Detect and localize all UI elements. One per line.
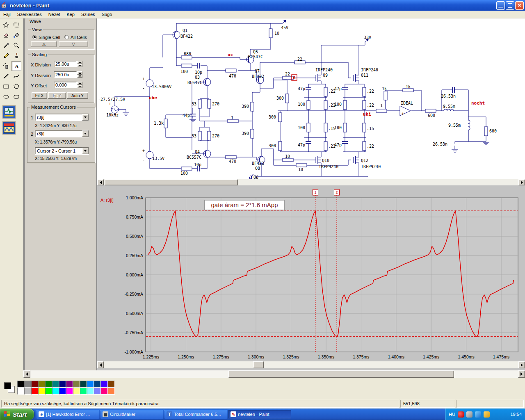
y-offset-spinbox[interactable]: 0.000 [54, 82, 82, 88]
taskbar-task-paint[interactable]: ✎ névtelen - Paint [228, 410, 291, 419]
palette-swatch[interactable] [73, 388, 80, 395]
tool-eraser[interactable] [1, 30, 11, 40]
y-division-spinbox[interactable]: 250.0u [54, 71, 82, 78]
canvas-hscrollbar[interactable] [23, 370, 525, 378]
paint-canvas[interactable]: Wave View Single Cell All Cells △ ▽ Scal… [23, 18, 525, 370]
plot-scroll-right-button[interactable] [518, 361, 525, 368]
palette-swatch[interactable] [45, 381, 52, 388]
start-button[interactable]: Start [0, 409, 34, 420]
palette-swatch[interactable] [80, 388, 87, 395]
maximize-button[interactable] [506, 1, 514, 10]
y-division-up[interactable] [77, 71, 82, 75]
foreground-color-swatch[interactable] [4, 382, 11, 389]
tool-airbrush[interactable] [1, 61, 11, 71]
updates-icon[interactable] [484, 411, 490, 418]
single-cell-radio[interactable] [32, 35, 37, 39]
palette-swatch[interactable] [24, 381, 31, 388]
scroll-up-button[interactable]: △ [31, 41, 57, 47]
y-offset-up[interactable] [77, 82, 82, 85]
cursor-diff-dropdown[interactable]: Cursor 2 - Cursor 1 [35, 147, 89, 155]
close-button[interactable]: ✕ [515, 1, 524, 10]
tool-pick-color[interactable] [1, 41, 11, 50]
palette-swatch[interactable] [59, 381, 66, 388]
schematic-scroll-right-button[interactable] [518, 179, 525, 185]
palette-swatch[interactable] [108, 388, 115, 395]
palette-swatch[interactable] [45, 388, 52, 395]
cursor-diff-dropdown-arrow-icon[interactable] [82, 148, 89, 154]
cursor2-dropdown-arrow-icon[interactable] [82, 130, 89, 137]
y-division-value[interactable]: 250.0u [54, 71, 77, 78]
palette-swatch[interactable] [17, 388, 24, 395]
menu-file[interactable]: Fájl [0, 11, 14, 18]
menu-image[interactable]: Kép [63, 11, 78, 18]
tool-free-form-select[interactable] [1, 20, 11, 30]
x-division-spinbox[interactable]: 25.00u [54, 61, 82, 67]
palette-swatch[interactable] [66, 388, 73, 395]
tool-line[interactable] [1, 71, 11, 81]
circuit-app-icon[interactable] [2, 105, 16, 119]
tool-rounded-rectangle[interactable] [11, 92, 21, 102]
schematic-scroll-left-button[interactable] [97, 179, 104, 185]
menu-edit[interactable]: Szerkesztés [14, 11, 45, 18]
plot-scroll-thumb[interactable] [253, 361, 264, 368]
palette-swatch[interactable] [80, 381, 87, 388]
cursor2-signal-dropdown[interactable]: r3[i] [35, 130, 89, 137]
all-cells-radio[interactable] [64, 35, 69, 39]
palette-swatch[interactable] [52, 381, 59, 388]
palette-swatch[interactable] [31, 381, 38, 388]
tool-polygon[interactable] [11, 82, 21, 91]
palette-swatch[interactable] [101, 388, 108, 395]
menu-colors[interactable]: Színek [78, 11, 98, 18]
x-division-down[interactable] [77, 64, 82, 67]
taskbar-task-totalcommander[interactable]: T Total Commander 6.5... [164, 410, 227, 419]
palette-swatch[interactable] [87, 381, 94, 388]
tool-rectangle[interactable] [1, 82, 11, 91]
menu-help[interactable]: Súgó [98, 11, 116, 18]
x-division-value[interactable]: 25.00u [54, 61, 77, 67]
tool-ellipse[interactable] [1, 92, 11, 102]
foreground-background-swatch[interactable] [2, 381, 16, 394]
fit-x-button[interactable]: Fit X [32, 92, 47, 99]
canvas-scroll-left-button[interactable] [23, 370, 30, 378]
tool-curve[interactable] [11, 71, 21, 81]
schematic-scroll-thumb[interactable] [105, 179, 238, 185]
palette-swatch[interactable] [94, 381, 101, 388]
palette-swatch[interactable] [38, 388, 45, 395]
language-indicator[interactable]: HU [449, 412, 455, 417]
palette-swatch[interactable] [24, 388, 31, 395]
network-icon[interactable] [475, 411, 481, 418]
tool-select[interactable] [11, 20, 21, 30]
cursor1-signal-dropdown[interactable]: r3[i] [35, 114, 89, 121]
palette-swatch[interactable] [108, 381, 115, 388]
palette-swatch[interactable] [101, 381, 108, 388]
volume-icon[interactable] [466, 411, 472, 418]
palette-swatch[interactable] [59, 388, 66, 395]
fit-y-button[interactable]: Fit Y [48, 92, 66, 99]
tool-text[interactable]: A [11, 61, 21, 71]
palette-swatch[interactable] [52, 388, 59, 395]
auto-y-button[interactable]: Auto Y [67, 92, 88, 99]
menu-view[interactable]: Nézet [45, 11, 64, 18]
schematic-hscrollbar[interactable] [97, 179, 525, 185]
taskbar-task-hawksford[interactable]: e [1] Hawksford Error ... [37, 410, 99, 419]
palette-swatch[interactable] [73, 381, 80, 388]
canvas-scroll-thumb[interactable] [228, 370, 454, 378]
minimize-button[interactable]: — [496, 1, 505, 10]
palette-swatch[interactable] [38, 381, 45, 388]
wave-app-icon[interactable] [2, 121, 16, 135]
cursor1-dropdown-arrow-icon[interactable] [82, 114, 89, 121]
palette-swatch[interactable] [31, 388, 38, 395]
palette-swatch[interactable] [94, 388, 101, 395]
y-offset-value[interactable]: 0.000 [54, 82, 77, 88]
taskbar-task-circuitmaker[interactable]: ▦ CircuitMaker [100, 410, 163, 419]
palette-swatch[interactable] [17, 381, 24, 388]
plot-hscrollbar[interactable] [97, 361, 525, 368]
tool-pencil[interactable] [1, 51, 11, 61]
palette-swatch[interactable] [66, 381, 73, 388]
palette-swatch[interactable] [87, 388, 94, 395]
antivirus-icon[interactable] [458, 411, 464, 418]
x-division-up[interactable] [77, 61, 82, 64]
y-offset-down[interactable] [77, 85, 82, 88]
y-division-down[interactable] [77, 75, 82, 78]
plot-scroll-left-button[interactable] [97, 361, 104, 368]
